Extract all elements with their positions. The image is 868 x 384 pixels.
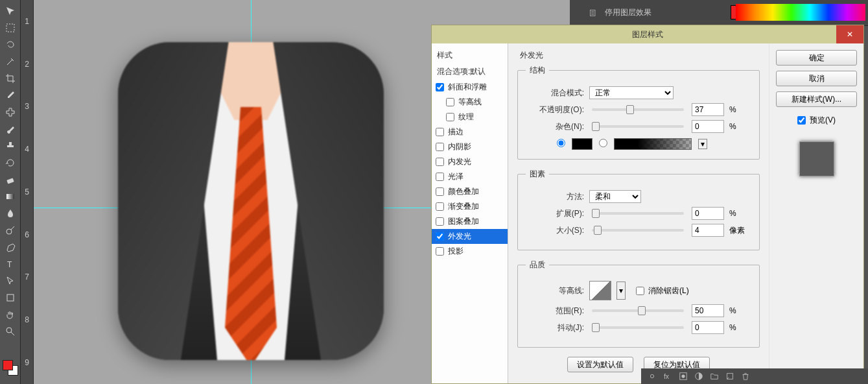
adjustment-icon[interactable] <box>694 372 703 381</box>
preview-checkbox[interactable]: 预览(V) <box>776 115 857 126</box>
jitter-input[interactable] <box>692 321 724 334</box>
quality-group: 品质 等高线: ▾ 消除锯齿(L) 范围(R): % 抖动(J): <box>517 259 760 348</box>
range-input[interactable] <box>692 304 724 317</box>
style-checkbox-innergl[interactable] <box>436 158 444 166</box>
style-checkbox-contour[interactable] <box>446 98 454 106</box>
fg-bg-swatch[interactable] <box>3 360 18 376</box>
opacity-label: 不透明度(O): <box>526 104 584 115</box>
jitter-unit: % <box>729 323 751 332</box>
heal-tool[interactable] <box>3 104 18 120</box>
type-tool[interactable]: T <box>3 256 18 272</box>
style-checkbox-dropsh[interactable] <box>436 247 444 256</box>
technique-select[interactable]: 柔和 <box>589 190 641 203</box>
spread-input[interactable] <box>692 207 724 220</box>
style-label-innergl: 内发光 <box>448 156 471 167</box>
shape-tool[interactable] <box>3 290 18 306</box>
opacity-input[interactable] <box>692 103 724 116</box>
fx-icon[interactable]: fx <box>663 372 672 381</box>
style-item-colorov[interactable]: 颜色叠加 <box>432 184 508 199</box>
lasso-tool[interactable] <box>3 37 18 53</box>
pen-tool[interactable] <box>3 239 18 255</box>
spread-slider[interactable] <box>592 212 684 215</box>
preview-swatch <box>799 141 834 176</box>
contour-label: 等高线: <box>526 285 584 296</box>
new-layer-icon[interactable] <box>725 372 734 381</box>
style-item-innergl[interactable]: 内发光 <box>432 154 508 169</box>
trash-icon[interactable] <box>741 372 750 381</box>
style-item-satin[interactable]: 光泽 <box>432 169 508 184</box>
style-checkbox-bevel[interactable] <box>436 83 444 91</box>
cancel-button[interactable]: 取消 <box>776 71 857 86</box>
set-default-button[interactable]: 设置为默认值 <box>567 357 633 372</box>
size-input[interactable] <box>692 224 724 237</box>
ok-button[interactable]: 确定 <box>776 50 857 66</box>
size-slider[interactable] <box>592 229 684 232</box>
spread-label: 扩展(P): <box>526 208 584 219</box>
mask-icon[interactable] <box>679 372 688 381</box>
brush-tool[interactable] <box>3 121 18 137</box>
gradient-tool[interactable] <box>3 189 18 204</box>
vertical-ruler: 123 456 789 <box>21 0 34 384</box>
gradient-dropdown-icon[interactable]: ▾ <box>698 139 707 149</box>
marquee-tool[interactable] <box>3 20 18 36</box>
folder-icon[interactable] <box>710 372 719 381</box>
wand-tool[interactable] <box>3 54 18 69</box>
style-item-dropsh[interactable]: 投影 <box>432 244 508 259</box>
style-checkbox-colorov[interactable] <box>436 187 444 196</box>
link-icon[interactable] <box>648 372 657 381</box>
styles-header[interactable]: 样式 <box>432 47 508 64</box>
style-item-texture[interactable]: 纹理 <box>432 110 508 125</box>
dialog-close-button[interactable]: ✕ <box>836 25 863 43</box>
dodge-tool[interactable] <box>3 222 18 238</box>
eraser-tool[interactable] <box>3 172 18 187</box>
stamp-tool[interactable] <box>3 138 18 154</box>
style-checkbox-satin[interactable] <box>436 173 444 181</box>
style-item-innersh[interactable]: 内阴影 <box>432 139 508 154</box>
eyedropper-tool[interactable] <box>3 88 18 103</box>
blend-options-default[interactable]: 混合选项:默认 <box>432 64 508 80</box>
jitter-slider[interactable] <box>592 326 684 329</box>
dialog-titlebar[interactable]: 图层样式 ✕ <box>432 25 863 43</box>
glow-color-solid-radio[interactable] <box>557 139 565 149</box>
style-checkbox-outergl[interactable] <box>436 232 444 241</box>
style-checkbox-pattov[interactable] <box>436 217 444 226</box>
antialias-checkbox[interactable]: 消除锯齿(L) <box>636 285 751 296</box>
style-item-stroke[interactable]: 描边 <box>432 125 508 139</box>
hand-tool[interactable] <box>3 307 18 322</box>
blur-tool[interactable] <box>3 206 18 221</box>
style-label-outergl: 外发光 <box>448 231 471 242</box>
artwork-suit-icon <box>118 42 384 360</box>
style-checkbox-texture[interactable] <box>446 113 454 121</box>
style-item-pattov[interactable]: 图案叠加 <box>432 214 508 229</box>
noise-input[interactable] <box>692 120 724 133</box>
style-item-gradov[interactable]: 渐变叠加 <box>432 199 508 214</box>
disable-layer-fx-label[interactable]: 停用图层效果 <box>605 7 651 18</box>
style-checkbox-innersh[interactable] <box>436 143 444 151</box>
zoom-tool[interactable] <box>3 324 18 339</box>
quality-legend: 品质 <box>526 259 549 270</box>
noise-slider[interactable] <box>592 125 684 128</box>
opacity-slider[interactable] <box>592 108 684 111</box>
contour-picker[interactable] <box>589 281 611 300</box>
range-slider[interactable] <box>592 309 684 312</box>
blend-mode-select[interactable]: 正常 <box>589 86 674 99</box>
color-spectrum[interactable] <box>736 4 865 21</box>
glow-color-chip[interactable] <box>572 138 592 150</box>
style-item-bevel[interactable]: 斜面和浮雕 <box>432 80 508 95</box>
style-item-outergl[interactable]: 外发光 <box>432 229 508 244</box>
glow-gradient-chip[interactable] <box>614 138 692 150</box>
spread-unit: % <box>729 209 751 218</box>
new-style-button[interactable]: 新建样式(W)... <box>776 91 857 107</box>
glow-color-gradient-radio[interactable] <box>599 139 607 149</box>
svg-rect-2 <box>6 194 14 199</box>
style-checkbox-stroke[interactable] <box>436 128 444 136</box>
crop-tool[interactable] <box>3 71 18 86</box>
history-brush-tool[interactable] <box>3 155 18 171</box>
style-checkbox-gradov[interactable] <box>436 202 444 211</box>
move-tool[interactable] <box>3 3 18 19</box>
path-select-tool[interactable] <box>3 273 18 289</box>
contour-dropdown-icon[interactable]: ▾ <box>616 282 626 300</box>
style-item-contour[interactable]: 等高线 <box>432 95 508 110</box>
foreground-color-chip[interactable] <box>3 360 13 370</box>
style-label-bevel: 斜面和浮雕 <box>448 82 487 93</box>
